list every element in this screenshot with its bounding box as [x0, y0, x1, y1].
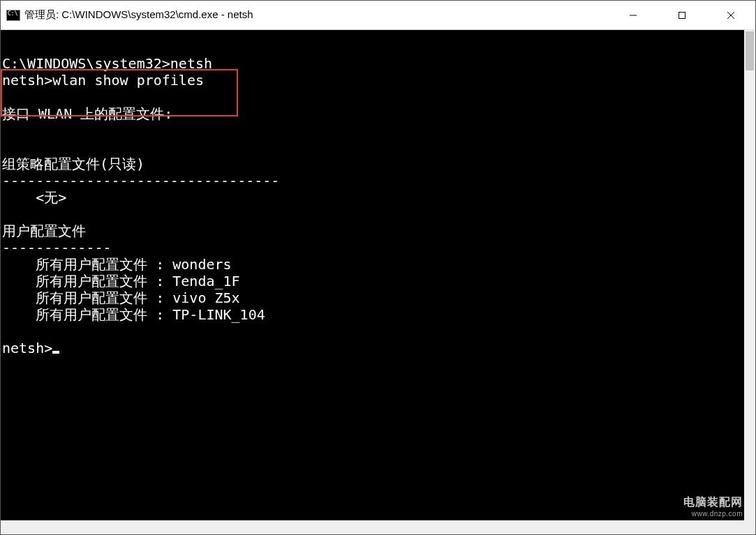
minimize-button[interactable]	[609, 1, 658, 29]
maximize-icon	[678, 11, 686, 20]
minimize-icon	[629, 11, 637, 20]
window-controls	[609, 1, 755, 29]
title-bar[interactable]: 管理员: C:\WINDOWS\system32\cmd.exe - netsh	[1, 1, 755, 30]
terminal-output: C:\WINDOWS\system32>netsh netsh>wlan sho…	[1, 30, 744, 356]
scrollbar-thumb[interactable]	[746, 31, 754, 70]
close-button[interactable]	[706, 1, 755, 29]
horizontal-scrollbar[interactable]	[1, 520, 755, 534]
title-bar-left: 管理员: C:\WINDOWS\system32\cmd.exe - netsh	[1, 8, 609, 22]
vertical-scrollbar[interactable]	[744, 30, 755, 520]
window-title: 管理员: C:\WINDOWS\system32\cmd.exe - netsh	[24, 8, 253, 22]
terminal-area[interactable]: C:\WINDOWS\system32>netsh netsh>wlan sho…	[1, 30, 755, 534]
app-window: 管理员: C:\WINDOWS\system32\cmd.exe - netsh…	[0, 0, 756, 535]
maximize-button[interactable]	[658, 1, 706, 29]
scrollbar-track	[744, 30, 755, 520]
terminal-viewport: C:\WINDOWS\system32>netsh netsh>wlan sho…	[1, 30, 744, 520]
close-icon	[727, 11, 735, 20]
terminal-cursor	[52, 351, 59, 354]
cmd-icon	[6, 10, 20, 21]
svg-rect-1	[679, 12, 685, 18]
